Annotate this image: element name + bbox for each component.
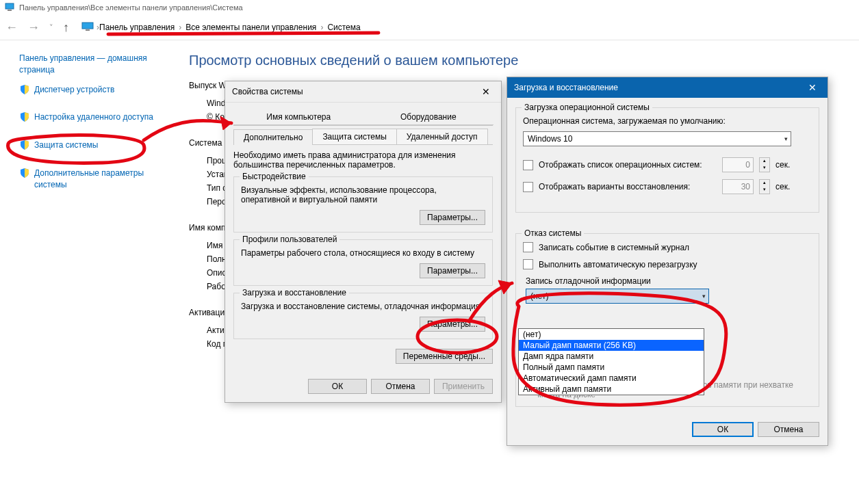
profiles-desc: Параметры рабочего стола, относящиеся ко… xyxy=(241,248,485,258)
dump-select[interactable]: (нет) ▾ xyxy=(526,289,709,304)
group-legend: Быстродействие xyxy=(240,172,309,181)
dialog-title: Свойства системы xyxy=(232,87,303,96)
sidebar-item-remote[interactable]: Настройка удаленного доступа xyxy=(19,111,163,131)
close-icon[interactable]: ✕ xyxy=(797,77,828,98)
monitor-icon xyxy=(4,2,15,13)
nav-recent-icon[interactable]: ˅ xyxy=(49,23,53,32)
profiles-settings-button[interactable]: Параметры... xyxy=(420,263,485,278)
svg-rect-0 xyxy=(5,3,14,9)
auto-restart-label: Выполнить автоматическую перезагрузку xyxy=(539,260,697,269)
default-os-value: Windows 10 xyxy=(528,134,572,144)
os-list-seconds[interactable]: 0 xyxy=(722,157,754,172)
sidebar-item-label[interactable]: Дополнительные параметры системы xyxy=(34,168,163,191)
dump-option[interactable]: (нет) xyxy=(519,329,704,340)
group-performance: Быстродействие Визуальные эффекты, испол… xyxy=(233,176,493,233)
tab-strip-row1: Имя компьютера Оборудование xyxy=(233,109,493,126)
window-title-bar: Панель управления\Все элементы панели уп… xyxy=(0,0,859,15)
apply-button: Применить xyxy=(434,379,493,394)
crumb-all-items[interactable]: Все элементы панели управления xyxy=(185,23,316,32)
nav-up-icon[interactable]: ↑ xyxy=(63,21,69,35)
tab-computer-name[interactable]: Имя компьютера xyxy=(233,109,364,125)
ok-button[interactable]: ОК xyxy=(308,379,367,394)
sidebar-home[interactable]: Панель управления — домашняя страница xyxy=(19,53,163,76)
sec-unit: сек. xyxy=(775,160,790,170)
default-os-select[interactable]: Windows 10 ▾ xyxy=(523,131,791,146)
dump-info-label: Запись отладочной информации xyxy=(526,276,812,286)
shield-icon xyxy=(19,111,30,122)
svg-rect-1 xyxy=(8,10,12,11)
sidebar: Панель управления — домашняя страница Ди… xyxy=(0,40,172,353)
startup-settings-button[interactable]: Параметры... xyxy=(420,317,485,332)
nav-arrows: ← → ˅ ↑ xyxy=(5,21,76,35)
sidebar-item-label[interactable]: Настройка удаленного доступа xyxy=(34,111,153,123)
group-legend: Загрузка операционной системы xyxy=(522,103,652,112)
tab-protection[interactable]: Защита системы xyxy=(312,129,396,144)
crumb-sep-2: › xyxy=(320,23,323,32)
shield-icon xyxy=(19,140,30,150)
chevron-down-icon: ▾ xyxy=(784,135,788,142)
checkbox-auto-restart[interactable] xyxy=(523,259,533,269)
dump-option[interactable]: Дамп ядра памяти xyxy=(519,351,704,362)
sec-unit: сек. xyxy=(775,182,790,191)
perf-desc: Визуальные эффекты, использование процес… xyxy=(241,185,485,204)
default-os-label: Операционная система, загружаемая по умо… xyxy=(523,116,812,126)
group-legend: Отказ системы xyxy=(522,228,584,238)
startup-desc: Загрузка и восстановление системы, отлад… xyxy=(241,302,485,311)
crumb-sep-1: › xyxy=(179,23,181,32)
crumb-control-panel[interactable]: Панель управления xyxy=(99,23,175,32)
dialog-title: Загрузка и восстановление xyxy=(514,83,618,92)
group-profiles: Профили пользователей Параметры рабочего… xyxy=(233,239,493,286)
sidebar-item-label[interactable]: Защита системы xyxy=(34,140,98,151)
nav-bar: ← → ˅ ↑ › Панель управления › Все элемен… xyxy=(0,15,859,40)
tab-remote[interactable]: Удаленный доступ xyxy=(396,129,488,144)
cancel-button[interactable]: Отмена xyxy=(758,422,819,437)
address-monitor-icon xyxy=(81,22,94,34)
shield-icon xyxy=(19,84,30,95)
page-title: Просмотр основных сведений о вашем компь… xyxy=(189,53,845,68)
show-recovery-label: Отображать варианты восстановления: xyxy=(539,182,717,191)
dump-option[interactable]: Полный дамп памяти xyxy=(519,362,704,373)
dump-option[interactable]: Автоматический дамп памяти xyxy=(519,373,704,384)
recovery-seconds[interactable]: 30 xyxy=(722,179,754,194)
sidebar-item-advanced[interactable]: Дополнительные параметры системы xyxy=(19,168,163,199)
dump-option-selected[interactable]: Малый дамп памяти (256 KB) xyxy=(519,340,704,351)
nav-back-icon[interactable]: ← xyxy=(5,21,18,35)
shield-icon xyxy=(19,168,30,178)
chevron-down-icon: ▾ xyxy=(702,293,706,300)
tab-hardware[interactable]: Оборудование xyxy=(363,109,494,125)
close-icon[interactable]: ✕ xyxy=(471,81,501,102)
sidebar-item-device-manager[interactable]: Диспетчер устройств xyxy=(19,84,163,104)
cancel-button[interactable]: Отмена xyxy=(371,379,430,394)
svg-rect-2 xyxy=(82,23,93,29)
breadcrumb: Панель управления › Все элементы панели … xyxy=(99,23,361,32)
svg-rect-3 xyxy=(86,29,90,31)
checkbox-show-recovery[interactable] xyxy=(523,182,533,192)
perf-settings-button[interactable]: Параметры... xyxy=(420,210,485,225)
show-os-list-label: Отображать список операционных систем: xyxy=(539,160,717,170)
admin-note: Необходимо иметь права администратора дл… xyxy=(233,150,493,170)
sidebar-item-label[interactable]: Диспетчер устройств xyxy=(34,84,114,96)
dump-dropdown-list[interactable]: (нет) Малый дамп памяти (256 KB) Дамп яд… xyxy=(518,328,704,395)
group-legend: Загрузка и восстановление xyxy=(240,288,349,297)
dialog-titlebar[interactable]: Загрузка и восстановление ✕ xyxy=(507,77,828,98)
dump-select-value: (нет) xyxy=(530,291,548,301)
os-list-spinner[interactable]: ▴▾ xyxy=(759,157,770,172)
checkbox-show-os-list[interactable] xyxy=(523,160,533,170)
ok-button[interactable]: ОК xyxy=(692,422,754,437)
nav-forward-icon[interactable]: → xyxy=(27,21,40,35)
recovery-spinner[interactable]: ▴▾ xyxy=(759,179,770,194)
group-startup-recovery: Загрузка и восстановление Загрузка и вос… xyxy=(233,293,493,339)
sidebar-item-protection[interactable]: Защита системы xyxy=(19,140,163,159)
dialog-system-properties: Свойства системы ✕ Имя компьютера Оборуд… xyxy=(225,81,502,403)
group-os-startup: Загрузка операционной системы Операционн… xyxy=(515,107,819,213)
log-event-label: Записать событие в системный журнал xyxy=(539,243,689,252)
checkbox-log-event[interactable] xyxy=(523,242,533,252)
crumb-system[interactable]: Система xyxy=(327,23,360,32)
tab-advanced[interactable]: Дополнительно xyxy=(233,129,313,145)
group-legend: Профили пользователей xyxy=(240,235,339,244)
dialog-titlebar[interactable]: Свойства системы ✕ xyxy=(225,81,501,103)
dump-option[interactable]: Активный дамп памяти xyxy=(519,384,704,395)
tab-strip-row2: Дополнительно Защита системы Удаленный д… xyxy=(233,129,493,145)
env-vars-button[interactable]: Переменные среды... xyxy=(396,349,493,364)
window-title-text: Панель управления\Все элементы панели уп… xyxy=(19,3,243,12)
